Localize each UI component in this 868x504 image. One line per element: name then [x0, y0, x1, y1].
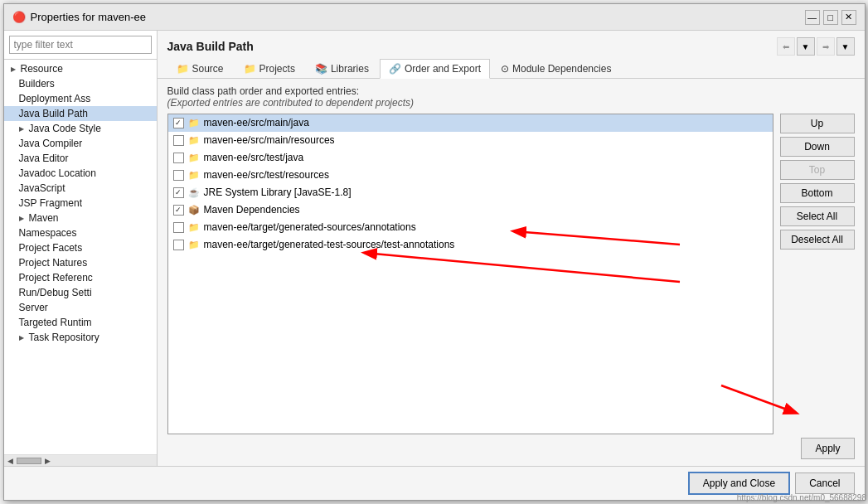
checkbox-src-main-resources[interactable] — [173, 135, 184, 146]
sidebar-item-project-natures[interactable]: Project Natures — [4, 255, 157, 270]
minimize-button[interactable]: — — [805, 10, 820, 25]
sidebar-hscroll[interactable]: ◀ ▶ — [4, 454, 157, 466]
list-item-generated-sources[interactable]: 📁maven-ee/target/generated-sources/annot… — [168, 219, 773, 236]
sidebar-item-java-editor[interactable]: Java Editor — [4, 151, 157, 166]
tab-libraries[interactable]: 📚Libraries — [306, 59, 378, 78]
sidebar-item-java-build-path[interactable]: Java Build Path — [4, 106, 157, 121]
list-item-jre-system[interactable]: ☕JRE System Library [JavaSE-1.8] — [168, 184, 773, 201]
list-item-maven-deps[interactable]: 📦Maven Dependencies — [168, 201, 773, 219]
item-icon-src-test-java: 📁 — [187, 152, 201, 163]
panel-apply-button[interactable]: Apply — [801, 438, 854, 459]
checkbox-generated-sources[interactable] — [173, 222, 184, 233]
item-text-generated-test-sources: maven-ee/target/generated-test-sources/t… — [204, 239, 768, 250]
sidebar: ResourceBuildersDeployment AssJava Build… — [4, 31, 158, 466]
sidebar-item-maven[interactable]: Maven — [4, 211, 157, 225]
sidebar-item-java-compiler[interactable]: Java Compiler — [4, 136, 157, 151]
titlebar-controls: — □ ✕ — [805, 10, 856, 25]
top-btn: Top — [780, 160, 855, 180]
back-button[interactable]: ⬅ — [777, 37, 795, 56]
main-content: ResourceBuildersDeployment AssJava Build… — [4, 31, 865, 466]
dialog-icon: 🔴 — [12, 11, 26, 24]
tab-label-projects: Projects — [259, 63, 295, 75]
tab-label-source: Source — [192, 63, 224, 75]
panel-description: Build class path order and exported entr… — [167, 85, 855, 109]
tab-icon-order-export: 🔗 — [389, 63, 401, 75]
sidebar-filter — [4, 31, 157, 60]
cancel-button[interactable]: Cancel — [795, 472, 854, 494]
sidebar-item-run-debug[interactable]: Run/Debug Setti — [4, 285, 157, 300]
scroll-left-icon[interactable]: ◀ — [7, 457, 13, 465]
sidebar-item-javascript[interactable]: JavaScript — [4, 181, 157, 196]
list-item-src-main-java[interactable]: 📁maven-ee/src/main/java — [168, 114, 773, 132]
sidebar-item-builders[interactable]: Builders — [4, 76, 157, 91]
scroll-right-icon[interactable]: ▶ — [45, 457, 51, 465]
bottom-btn[interactable]: Bottom — [780, 183, 855, 203]
sidebar-item-deployment-ass[interactable]: Deployment Ass — [4, 91, 157, 106]
item-text-maven-deps: Maven Dependencies — [204, 204, 768, 216]
list-item-generated-test-sources[interactable]: 📁maven-ee/target/generated-test-sources/… — [168, 236, 773, 254]
sidebar-tree: ResourceBuildersDeployment AssJava Build… — [4, 60, 157, 454]
list-item-src-main-resources[interactable]: 📁maven-ee/src/main/resources — [168, 132, 773, 149]
select-all-btn[interactable]: Select All — [780, 206, 855, 226]
sidebar-item-resource[interactable]: Resource — [4, 61, 157, 76]
titlebar-left: 🔴 Properties for maven-ee — [12, 11, 146, 24]
watermark: https://blog.csdn.net/m0_56688298 — [737, 493, 866, 502]
sidebar-item-project-facets[interactable]: Project Facets — [4, 240, 157, 255]
item-text-generated-sources: maven-ee/target/generated-sources/annota… — [204, 221, 768, 233]
sidebar-item-jsp-fragment[interactable]: JSP Fragment — [4, 196, 157, 211]
desc-line1: Build class path order and exported entr… — [167, 85, 359, 97]
tab-source[interactable]: 📁Source — [167, 59, 233, 78]
tab-icon-source: 📁 — [177, 63, 189, 75]
panel-title: Java Build Path — [167, 40, 254, 53]
up-btn[interactable]: Up — [780, 114, 855, 133]
sidebar-item-server[interactable]: Server — [4, 300, 157, 315]
close-button[interactable]: ✕ — [841, 10, 856, 25]
tab-icon-projects: 📁 — [244, 63, 256, 75]
item-text-jre-system: JRE System Library [JavaSE-1.8] — [204, 187, 768, 198]
sidebar-item-project-references[interactable]: Project Referenc — [4, 270, 157, 285]
tab-order-export[interactable]: 🔗Order and Export — [380, 59, 490, 79]
tab-label-order-export: Order and Export — [405, 63, 481, 75]
properties-dialog: 🔴 Properties for maven-ee — □ ✕ Resource… — [3, 3, 866, 501]
checkbox-jre-system[interactable] — [173, 187, 184, 198]
deselect-all-btn[interactable]: Deselect All — [780, 230, 855, 250]
forward-button[interactable]: ➡ — [817, 37, 835, 56]
item-text-src-main-resources: maven-ee/src/main/resources — [204, 134, 768, 146]
nav-arrows: ⬅ ▼ ➡ ▼ — [777, 37, 855, 56]
item-text-src-test-resources: maven-ee/src/test/resources — [204, 169, 768, 181]
filter-input[interactable] — [9, 36, 152, 54]
tab-projects[interactable]: 📁Projects — [235, 59, 304, 78]
checkbox-src-test-resources[interactable] — [173, 170, 184, 181]
item-icon-generated-sources: 📁 — [187, 221, 201, 233]
item-text-src-main-java: maven-ee/src/main/java — [204, 117, 768, 128]
apply-close-button[interactable]: Apply and Close — [688, 472, 790, 495]
sidebar-item-task-repository[interactable]: Task Repository — [4, 330, 157, 345]
checkbox-src-test-java[interactable] — [173, 153, 184, 163]
tab-label-libraries: Libraries — [331, 63, 369, 75]
panel-header: Java Build Path ⬅ ▼ ➡ ▼ — [158, 31, 865, 59]
tab-module-deps[interactable]: ⊙Module Dependencies — [492, 59, 620, 78]
back-dropdown-button[interactable]: ▼ — [797, 37, 815, 56]
footer: Apply and Close Cancel — [4, 466, 865, 500]
sidebar-item-targeted-runtime[interactable]: Targeted Runtim — [4, 315, 157, 330]
forward-dropdown-button[interactable]: ▼ — [836, 37, 855, 56]
sidebar-item-namespaces[interactable]: Namespaces — [4, 225, 157, 240]
desc-line2: (Exported entries are contributed to dep… — [167, 97, 415, 109]
item-icon-src-test-resources: 📁 — [187, 169, 201, 181]
build-path-list[interactable]: 📁maven-ee/src/main/java📁maven-ee/src/mai… — [167, 114, 773, 434]
sidebar-item-javadoc-location[interactable]: Javadoc Location — [4, 166, 157, 181]
sidebar-item-java-code-style[interactable]: Java Code Style — [4, 121, 157, 136]
list-item-src-test-resources[interactable]: 📁maven-ee/src/test/resources — [168, 167, 773, 184]
down-btn[interactable]: Down — [780, 137, 855, 157]
item-icon-maven-deps: 📦 — [187, 204, 201, 216]
titlebar: 🔴 Properties for maven-ee — □ ✕ — [4, 4, 865, 31]
right-panel: Java Build Path ⬅ ▼ ➡ ▼ 📁Source📁Projects… — [158, 31, 865, 466]
tab-icon-module-deps: ⊙ — [501, 63, 509, 75]
tab-icon-libraries: 📚 — [315, 63, 327, 75]
list-item-src-test-java[interactable]: 📁maven-ee/src/test/java — [168, 149, 773, 167]
dialog-title: Properties for maven-ee — [31, 11, 146, 23]
checkbox-generated-test-sources[interactable] — [173, 240, 184, 250]
checkbox-maven-deps[interactable] — [173, 205, 184, 216]
checkbox-src-main-java[interactable] — [173, 118, 184, 128]
maximize-button[interactable]: □ — [823, 10, 838, 25]
